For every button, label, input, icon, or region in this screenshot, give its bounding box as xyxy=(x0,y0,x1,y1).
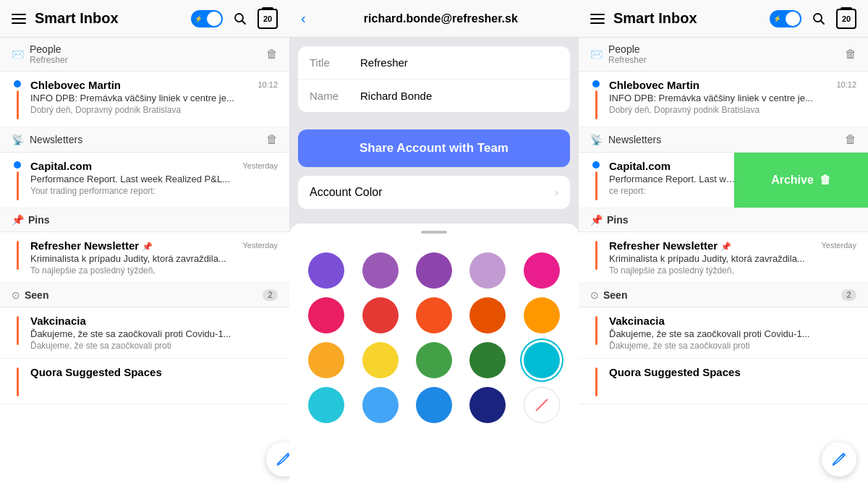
color-swatch-yellow[interactable] xyxy=(362,342,399,378)
right-email-item-chlebovec[interactable]: Chlebovec Martin INFO DPB: Premávka väčš… xyxy=(579,72,868,127)
right-seen-count-badge: 2 xyxy=(841,289,856,301)
right-toggle-knob xyxy=(786,12,800,26)
account-color-label: Account Color xyxy=(310,186,383,199)
newsletters-label-group: 📡 Newsletters xyxy=(12,134,82,145)
color-swatch-orange[interactable] xyxy=(524,297,560,333)
right-email-item-vakcinacia[interactable]: Vakcinacia Ďakujeme, že ste sa zaočkoval… xyxy=(579,307,868,359)
color-swatch-teal[interactable] xyxy=(524,342,560,378)
hamburger-menu-icon[interactable] xyxy=(12,14,26,24)
toggle-switch[interactable]: ⚡ xyxy=(191,10,223,27)
color-swatch-amber[interactable] xyxy=(308,342,344,378)
left-email-item-quora[interactable]: Quora Suggested Spaces xyxy=(0,359,289,404)
priority-bar xyxy=(595,316,597,345)
color-swatch-green[interactable] xyxy=(416,342,452,378)
left-email-item-vakcinacia[interactable]: Vakcinacia Ďakujeme, že ste sa zaočkoval… xyxy=(0,307,289,359)
email-subject: INFO DPB: Premávka väčšiny liniek v cent… xyxy=(609,93,826,103)
color-swatch-hot-pink[interactable] xyxy=(524,252,560,289)
color-swatch-cyan[interactable] xyxy=(308,387,344,423)
left-email-item-chlebovec[interactable]: Chlebovec Martin INFO DPB: Premávka väčš… xyxy=(0,72,289,127)
email-subject: Ďakujeme, že ste sa zaočkovali proti Cov… xyxy=(30,328,278,339)
email-left-indicators xyxy=(590,315,602,345)
color-swatch-light-blue[interactable] xyxy=(362,387,399,423)
right-search-icon[interactable] xyxy=(812,12,826,26)
left-pins-section: 📌 Pins xyxy=(0,208,289,232)
right-seen-left-group: ⊙ Seen xyxy=(590,289,627,301)
color-swatch-navy[interactable] xyxy=(469,387,506,423)
color-swatch-blue[interactable] xyxy=(416,387,452,423)
email-preview: To najlepšie za posledný týždeň, xyxy=(30,265,232,276)
email-left-indicators xyxy=(590,160,602,200)
right-toggle-switch[interactable]: ⚡ xyxy=(770,10,801,27)
seen-check-icon: ⊙ xyxy=(12,289,20,301)
email-sender: Capital.com xyxy=(609,160,739,172)
left-email-item-capital[interactable]: Capital.com Performance Report. Last wee… xyxy=(0,153,289,208)
right-compose-button[interactable] xyxy=(822,442,856,477)
color-swatch-orange-dark[interactable] xyxy=(469,297,506,333)
people-label-group: ✉️ People Refresher xyxy=(12,43,68,65)
email-content: Vakcinacia Ďakujeme, že ste sa zaočkoval… xyxy=(609,315,856,351)
color-swatch-custom[interactable] xyxy=(524,387,560,423)
right-people-archive-icon[interactable]: 🗑 xyxy=(845,48,856,61)
color-swatch-purple1[interactable] xyxy=(308,252,344,289)
right-email-item-quora[interactable]: Quora Suggested Spaces xyxy=(579,359,868,404)
title-row: Title Refresher xyxy=(298,46,570,80)
email-sender: Refresher Newsletter 📌 xyxy=(609,239,811,252)
email-sender: Quora Suggested Spaces xyxy=(30,366,278,378)
email-content: Refresher Newsletter 📌 Kriminalista k pr… xyxy=(30,239,232,276)
right-seen-label: Seen xyxy=(603,289,627,301)
handle-bar xyxy=(421,231,447,234)
pins-label: Pins xyxy=(28,214,50,226)
right-newsletters-archive-icon[interactable]: 🗑 xyxy=(845,133,856,146)
priority-bar xyxy=(17,90,19,119)
left-newsletters-archive-icon[interactable]: 🗑 xyxy=(266,133,278,146)
right-email-item-refresher[interactable]: Refresher Newsletter 📌 Kriminalista k pr… xyxy=(579,232,868,284)
envelope-icon: ✉️ xyxy=(12,48,24,60)
title-label: Title xyxy=(310,56,360,69)
color-swatch-pink[interactable] xyxy=(308,297,344,333)
email-left-indicators xyxy=(12,366,23,396)
title-value: Refresher xyxy=(360,56,558,69)
color-swatch-purple2[interactable] xyxy=(362,252,399,289)
right-email-item-capital[interactable]: Capital.com Performance Report. Last wee… xyxy=(579,153,868,208)
color-swatch-red[interactable] xyxy=(362,297,399,333)
color-swatch-deep-orange[interactable] xyxy=(416,297,452,333)
left-email-item-refresher[interactable]: Refresher Newsletter 📌 Kriminalista k pr… xyxy=(0,232,289,284)
account-color-row[interactable]: Account Color › xyxy=(298,176,570,209)
email-sender: Chlebovec Martin xyxy=(609,79,826,91)
right-people-sublabel: Refresher xyxy=(608,55,647,65)
email-content: Refresher Newsletter 📌 Kriminalista k pr… xyxy=(609,239,811,276)
back-button[interactable]: ‹ xyxy=(301,10,306,27)
email-content: Quora Suggested Spaces xyxy=(609,366,856,380)
email-time: 10:12 xyxy=(836,79,856,89)
right-toggle-lightning-icon: ⚡ xyxy=(773,15,781,22)
left-people-archive-icon[interactable]: 🗑 xyxy=(266,48,278,61)
color-picker-panel xyxy=(289,223,579,494)
calendar-icon[interactable]: 20 xyxy=(258,9,278,29)
color-swatch-dark-green[interactable] xyxy=(469,342,506,378)
name-value: Richard Bonde xyxy=(360,90,558,102)
right-calendar-icon[interactable]: 20 xyxy=(836,9,856,29)
right-header: Smart Inbox ⚡ 20 xyxy=(579,0,868,38)
email-sender: Quora Suggested Spaces xyxy=(609,366,856,378)
color-swatch-lavender[interactable] xyxy=(469,252,506,289)
share-account-button[interactable]: Share Account with Team xyxy=(298,129,570,167)
email-time: Yesterday xyxy=(242,239,278,250)
left-compose-button[interactable] xyxy=(266,442,289,477)
left-header: Smart Inbox ⚡ 20 xyxy=(0,0,289,38)
priority-bar xyxy=(595,90,597,119)
picker-handle xyxy=(289,223,579,241)
priority-bar xyxy=(17,316,19,345)
color-swatch-purple3[interactable] xyxy=(416,252,452,289)
unread-dot xyxy=(14,80,21,88)
archive-swipe-action[interactable]: Archive 🗑 xyxy=(734,153,868,208)
right-hamburger-menu-icon[interactable] xyxy=(590,14,605,24)
email-preview: ce report: xyxy=(609,186,739,196)
right-inbox-panel: Smart Inbox ⚡ 20 ✉️ People Refresher 🗑 xyxy=(579,0,868,494)
email-subject: Performance Report. Last week Realized P… xyxy=(609,174,739,184)
priority-bar xyxy=(17,171,19,200)
left-seen-section: ⊙ Seen 2 xyxy=(0,284,289,307)
priority-bar xyxy=(17,367,19,396)
search-icon[interactable] xyxy=(233,12,247,26)
right-header-title: Smart Inbox xyxy=(613,10,770,27)
unread-dot xyxy=(592,80,600,88)
